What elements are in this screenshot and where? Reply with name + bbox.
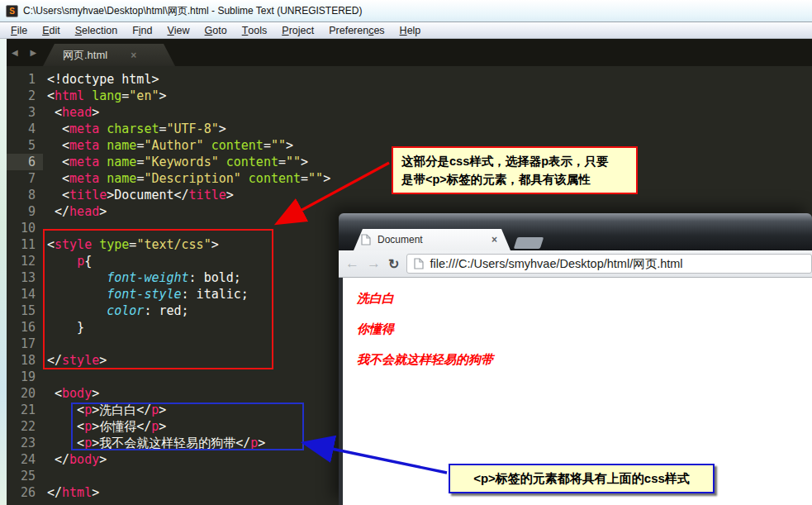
rendered-paragraph: 我不会就这样轻易的狗带 [357,352,812,368]
line-number: 16 [7,319,43,336]
line-number: 25 [7,468,43,484]
sublime-titlebar: S C:\Users\smyhvae\Desktop\html\网页.html … [0,0,812,22]
browser-toolbar: ← → ↻ file:///C:/Users/smyhvae/Desktop/h… [339,250,812,278]
css-explanation-note: 这部分是css样式，选择器p表示，只要 是带<p>标签的元素，都具有该属性 [392,146,638,194]
line-number: 18 [7,352,43,369]
code-line[interactable]: 4 <meta charset="UTF-8"> [7,121,812,137]
menu-file[interactable]: File [3,22,35,38]
page-icon [414,258,424,269]
line-number: 8 [7,187,43,203]
line-number: 2 [7,88,43,104]
line-number: 17 [7,336,43,352]
line-number: 13 [7,269,43,286]
page-icon [361,234,371,245]
note-line: 是带<p>标签的元素，都具有该属性 [401,170,628,188]
p-tags-highlight-box [71,403,304,450]
line-number: 19 [7,369,43,385]
line-number: 12 [7,253,43,269]
line-number: 3 [7,104,43,121]
browser-window: Document × ← → ↻ file:///C:/Users/smyhva… [339,213,812,505]
p-tag-explanation-note: <p>标签的元素都将具有上面的css样式 [449,464,715,493]
line-number: 1 [7,71,43,88]
menu-view[interactable]: View [159,22,197,38]
new-tab-button[interactable] [514,237,544,249]
window-title: C:\Users\smyhvae\Desktop\html\网页.html - … [23,4,363,18]
line-number: 23 [7,435,43,451]
css-style-highlight-box [43,229,273,369]
sublime-app-icon: S [6,5,18,17]
code-line[interactable]: 3 <head> [7,104,812,121]
line-number: 11 [7,236,43,253]
tab-webpage-html[interactable]: 网页.html × [43,44,175,66]
line-number: 7 [7,170,43,187]
line-number: 15 [7,303,43,319]
forward-button[interactable]: → [367,255,381,272]
browser-frame[interactable]: Document × [339,213,812,250]
editor-tabbar: ◀ ▶ 网页.html × [7,39,812,66]
reload-button[interactable]: ↻ [388,256,399,272]
line-number: 14 [7,286,43,303]
code-line[interactable]: 2<html lang="en"> [7,88,812,104]
browser-tab-title: Document [378,234,423,245]
line-number: 20 [7,385,43,402]
menu-edit[interactable]: Edit [35,22,68,38]
tab-close-icon[interactable]: × [131,50,136,61]
menu-goto[interactable]: Goto [197,22,235,38]
menu-find[interactable]: Find [125,22,159,38]
back-button[interactable]: ← [345,255,359,272]
browser-tab-close-icon[interactable]: × [491,234,497,245]
line-number: 9 [7,203,43,220]
note-text: <p>标签的元素都将具有上面的css样式 [473,471,690,487]
menu-preferences[interactable]: Preferences [321,22,392,38]
screen: S C:\Users\smyhvae\Desktop\html\网页.html … [0,0,812,505]
line-number: 4 [7,121,43,137]
tab-scroll-arrows-icon[interactable]: ◀ ▶ [12,48,41,57]
rendered-paragraph: 洗白白 [357,291,812,307]
line-number: 10 [7,220,43,236]
note-line: 这部分是css样式，选择器p表示，只要 [401,152,628,170]
menu-help[interactable]: Help [392,22,429,38]
tab-label: 网页.html [63,48,107,63]
url-text: file:///C:/Users/smyhvae/Desktop/html/网页… [430,256,682,272]
menu-tools[interactable]: Tools [235,22,275,38]
window-border-glass [0,39,7,505]
menu-selection[interactable]: Selection [68,22,125,38]
line-number: 24 [7,451,43,468]
line-number: 21 [7,402,43,418]
browser-tab-document[interactable]: Document × [354,229,510,250]
address-bar[interactable]: file:///C:/Users/smyhvae/Desktop/html/网页… [406,254,812,274]
line-number: 22 [7,418,43,435]
menubar: FileEditSelectionFindViewGotoToolsProjec… [0,22,812,39]
line-number: 5 [7,137,43,154]
line-number: 6 [7,154,43,170]
line-number: 26 [7,484,43,501]
code-line[interactable]: 1<!doctype html> [7,71,812,88]
rendered-paragraph: 你懂得 [357,322,812,337]
menu-project[interactable]: Project [274,22,321,38]
